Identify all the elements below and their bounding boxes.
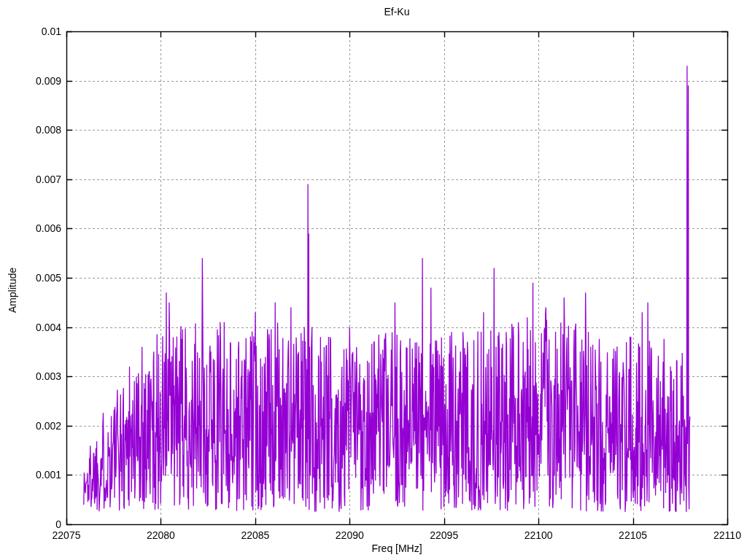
y-tick-label: 0.008 (0, 124, 61, 136)
y-tick-label: 0.005 (0, 272, 61, 284)
y-tick-label: 0.006 (0, 222, 61, 234)
y-tick-label: 0.009 (0, 75, 61, 87)
y-tick-label: 0.004 (0, 322, 61, 333)
x-tick-label: 22100 (509, 529, 568, 541)
plot-area-canvas (0, 0, 747, 560)
y-tick-label: 0.003 (0, 370, 61, 382)
chart-title: Ef-Ku (66, 6, 727, 18)
x-tick-label: 22075 (37, 529, 96, 541)
x-tick-label: 22105 (604, 529, 662, 541)
x-tick-label: 22080 (131, 529, 190, 541)
x-tick-label: 22085 (226, 529, 285, 541)
x-tick-label: 22090 (320, 529, 379, 541)
y-tick-label: 0.007 (0, 174, 61, 185)
x-tick-label: 22110 (698, 529, 747, 541)
y-tick-label: 0.002 (0, 420, 61, 432)
x-axis-label: Freq [MHz] (66, 542, 727, 554)
y-tick-label: 0.001 (0, 469, 61, 481)
y-tick-label: 0.01 (0, 26, 61, 37)
x-tick-label: 22095 (415, 529, 473, 541)
y-tick-label: 0 (0, 518, 61, 530)
